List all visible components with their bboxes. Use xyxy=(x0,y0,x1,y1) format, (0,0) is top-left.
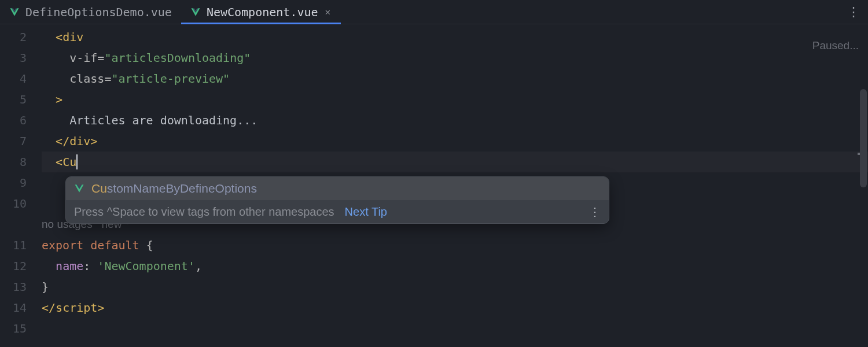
code-line: export default { xyxy=(42,235,868,256)
vue-icon xyxy=(190,7,201,17)
autocomplete-label: CustomNameByDefineOptions xyxy=(91,182,257,195)
code-line: <div xyxy=(42,27,868,47)
autocomplete-hint: Press ^Space to view tags from other nam… xyxy=(74,205,334,219)
code-line: v-if="articlesDownloading" xyxy=(42,47,868,68)
close-icon[interactable]: ✕ xyxy=(324,5,332,19)
code-line: > xyxy=(42,89,868,110)
autocomplete-menu-icon[interactable]: ⋮ xyxy=(589,205,601,219)
code-line: name: 'NewComponent', xyxy=(42,256,868,276)
tab-define-options[interactable]: DefineOptionsDemo.vue xyxy=(0,0,181,24)
tab-label: DefineOptionsDemo.vue xyxy=(25,5,172,19)
code-line: } xyxy=(42,276,868,297)
autocomplete-footer: Press ^Space to view tags from other nam… xyxy=(66,200,609,223)
code-line xyxy=(42,318,868,339)
vue-icon xyxy=(9,7,20,17)
code-line: class="article-preview" xyxy=(42,68,868,89)
tab-new-component[interactable]: NewComponent.vue ✕ xyxy=(181,0,341,24)
next-tip-link[interactable]: Next Tip xyxy=(345,205,387,219)
autocomplete-popup: CustomNameByDefineOptions Press ^Space t… xyxy=(65,176,609,224)
tab-menu-icon[interactable]: ⋮ xyxy=(847,6,860,19)
tab-label: NewComponent.vue xyxy=(207,5,318,19)
code-line: Articles are downloading... xyxy=(42,110,868,131)
scrollbar-thumb[interactable] xyxy=(860,89,867,187)
autocomplete-item[interactable]: CustomNameByDefineOptions xyxy=(66,177,609,200)
code-line: </script> xyxy=(42,297,868,318)
line-gutter: 2 3 4 5 6 7 8 9 10 11 12 13 14 15 xyxy=(0,24,42,347)
text-cursor xyxy=(76,154,78,169)
code-line: </div> xyxy=(42,131,868,152)
tab-bar: DefineOptionsDemo.vue NewComponent.vue ✕… xyxy=(0,0,868,24)
vue-icon xyxy=(74,183,84,194)
